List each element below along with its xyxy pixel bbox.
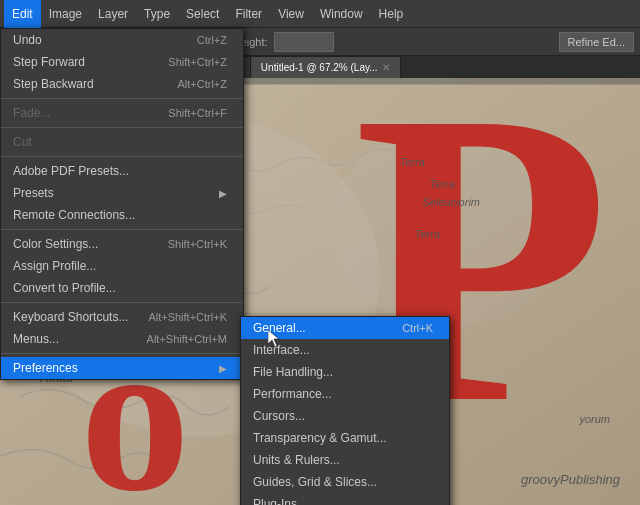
menu-item-step-forward[interactable]: Step Forward Shift+Ctrl+Z bbox=[1, 51, 243, 73]
preferences-submenu[interactable]: General... Ctrl+K Interface... File Hand… bbox=[240, 316, 450, 505]
submenu-transparency-gamut[interactable]: Transparency & Gamut... bbox=[241, 427, 449, 449]
menubar: Edit Image Layer Type Select Filter View… bbox=[0, 0, 640, 28]
submenu-general[interactable]: General... Ctrl+K bbox=[241, 317, 449, 339]
separator-5 bbox=[1, 302, 243, 303]
terra-label-1: Terra bbox=[400, 156, 425, 168]
terra-seleuciorim: Seleuciorim bbox=[423, 196, 480, 208]
yorum-label: yorum bbox=[579, 413, 610, 425]
menu-select[interactable]: Select bbox=[178, 0, 227, 28]
menu-type[interactable]: Type bbox=[136, 0, 178, 28]
menu-edit[interactable]: Edit bbox=[4, 0, 41, 28]
separator-6 bbox=[1, 353, 243, 354]
separator-1 bbox=[1, 98, 243, 99]
menu-item-convert-profile[interactable]: Convert to Profile... bbox=[1, 277, 243, 299]
separator-2 bbox=[1, 127, 243, 128]
terra-label-2: Terra bbox=[430, 178, 455, 190]
separator-3 bbox=[1, 156, 243, 157]
menu-item-presets[interactable]: Presets ▶ bbox=[1, 182, 243, 204]
menu-view[interactable]: View bbox=[270, 0, 312, 28]
edit-menu-popup[interactable]: Undo Ctrl+Z Step Forward Shift+Ctrl+Z St… bbox=[0, 28, 244, 380]
menu-window[interactable]: Window bbox=[312, 0, 371, 28]
submenu-units-rulers[interactable]: Units & Rulers... bbox=[241, 449, 449, 471]
menu-item-preferences[interactable]: Preferences ▶ bbox=[1, 357, 243, 379]
menu-item-fade[interactable]: Fade... Shift+Ctrl+F bbox=[1, 102, 243, 124]
tab-untitled[interactable]: Untitled-1 @ 67.2% (Lay... ✕ bbox=[251, 56, 401, 78]
menu-image[interactable]: Image bbox=[41, 0, 90, 28]
refine-edge-button[interactable]: Refine Ed... bbox=[559, 32, 634, 52]
tab-close-untitled[interactable]: ✕ bbox=[382, 62, 390, 73]
menu-item-step-backward[interactable]: Step Backward Alt+Ctrl+Z bbox=[1, 73, 243, 95]
submenu-cursors[interactable]: Cursors... bbox=[241, 405, 449, 427]
submenu-file-handling[interactable]: File Handling... bbox=[241, 361, 449, 383]
menu-item-undo[interactable]: Undo Ctrl+Z bbox=[1, 29, 243, 51]
menu-item-cut[interactable]: Cut bbox=[1, 131, 243, 153]
menu-item-pdf-presets[interactable]: Adobe PDF Presets... bbox=[1, 160, 243, 182]
submenu-performance[interactable]: Performance... bbox=[241, 383, 449, 405]
menu-item-assign-profile[interactable]: Assign Profile... bbox=[1, 255, 243, 277]
menu-item-remote[interactable]: Remote Connections... bbox=[1, 204, 243, 226]
separator-4 bbox=[1, 229, 243, 230]
menu-filter[interactable]: Filter bbox=[227, 0, 270, 28]
terra-label-3: Terra bbox=[415, 228, 440, 240]
menu-layer[interactable]: Layer bbox=[90, 0, 136, 28]
brand-text: groovyPublishing bbox=[521, 472, 620, 487]
menu-item-keyboard-shortcuts[interactable]: Keyboard Shortcuts... Alt+Shift+Ctrl+K bbox=[1, 306, 243, 328]
menu-item-menus[interactable]: Menus... Alt+Shift+Ctrl+M bbox=[1, 328, 243, 350]
menu-item-color-settings[interactable]: Color Settings... Shift+Ctrl+K bbox=[1, 233, 243, 255]
submenu-plugins[interactable]: Plug-Ins... bbox=[241, 493, 449, 505]
menu-help[interactable]: Help bbox=[371, 0, 412, 28]
submenu-interface[interactable]: Interface... bbox=[241, 339, 449, 361]
height-input[interactable] bbox=[274, 32, 334, 52]
submenu-guides-grid[interactable]: Guides, Grid & Slices... bbox=[241, 471, 449, 493]
